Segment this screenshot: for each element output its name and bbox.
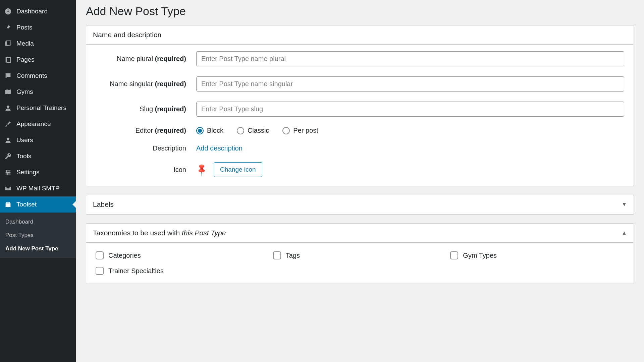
row-icon: Icon 📌 Change icon	[96, 162, 624, 177]
toolset-icon	[4, 200, 12, 208]
row-name-singular: Name singular (required)	[96, 76, 624, 92]
sidebar-item-wp-mail-smtp[interactable]: WP Mail SMTP	[0, 180, 76, 196]
page-title: Add New Post Type	[86, 5, 634, 18]
pin-icon: 📌	[194, 162, 209, 177]
panel-body: Categories Tags Gym Types Trainer Specia…	[86, 243, 634, 284]
sidebar-item-label: Settings	[16, 169, 40, 176]
label-editor: Editor (required)	[96, 127, 196, 134]
checkbox-tags[interactable]: Tags	[273, 251, 447, 259]
settings-icon	[4, 168, 12, 176]
sidebar-item-gyms[interactable]: Gyms	[0, 84, 76, 100]
panel-title: Name and description	[93, 31, 161, 39]
sidebar-item-label: Media	[16, 40, 34, 47]
sidebar-item-dashboard[interactable]: Dashboard	[0, 3, 76, 19]
sidebar-item-label: Posts	[16, 24, 33, 31]
sidebar-item-label: Pages	[16, 56, 35, 63]
pin-icon	[4, 23, 12, 32]
map-icon	[4, 88, 12, 96]
row-name-plural: Name plural (required)	[96, 51, 624, 66]
input-name-plural[interactable]	[196, 51, 624, 66]
input-slug[interactable]	[196, 102, 624, 117]
sidebar-item-label: Tools	[16, 153, 31, 160]
sidebar-item-users[interactable]: Users	[0, 132, 76, 148]
sidebar-item-label: WP Mail SMTP	[16, 185, 59, 192]
sidebar-sub-dashboard[interactable]: Dashboard	[0, 215, 76, 229]
row-editor: Editor (required) Block Classic Per post	[96, 127, 624, 134]
sidebar-item-toolset[interactable]: Toolset	[0, 196, 76, 213]
svg-rect-14	[7, 173, 8, 175]
checkbox-trainer-specialties[interactable]: Trainer Specialties	[96, 267, 270, 275]
sidebar-item-appearance[interactable]: Appearance	[0, 116, 76, 132]
label-description: Description	[96, 144, 196, 152]
sidebar-item-posts[interactable]: Posts	[0, 19, 76, 36]
label-name-singular: Name singular (required)	[96, 80, 196, 88]
sidebar-item-personal-trainers[interactable]: Personal Trainers	[0, 100, 76, 116]
sidebar-item-label: Personal Trainers	[16, 104, 66, 112]
checkbox-icon	[450, 251, 458, 259]
row-slug: Slug (required)	[96, 102, 624, 117]
mail-icon	[4, 184, 12, 192]
sidebar-item-label: Users	[16, 136, 33, 144]
checkbox-categories[interactable]: Categories	[96, 251, 270, 259]
input-name-singular[interactable]	[196, 76, 624, 92]
sidebar-item-label: Appearance	[16, 120, 51, 128]
svg-rect-4	[6, 41, 11, 45]
sidebar-item-label: Toolset	[16, 201, 37, 208]
panel-title: Taxonomies to be used with this Post Typ…	[93, 229, 226, 237]
checkbox-gym-types[interactable]: Gym Types	[450, 251, 624, 259]
radio-editor-classic[interactable]: Classic	[237, 127, 269, 134]
svg-rect-6	[7, 58, 10, 63]
svg-rect-13	[9, 172, 10, 173]
panel-title: Labels	[93, 200, 114, 208]
user-icon	[4, 104, 12, 112]
radio-icon	[237, 127, 244, 134]
sidebar-item-label: Comments	[16, 72, 47, 79]
panel-labels: Labels ▼	[86, 195, 634, 215]
change-icon-button[interactable]: Change icon	[214, 162, 262, 177]
svg-rect-2	[8, 9, 8, 11]
panel-taxonomies: Taxonomies to be used with this Post Typ…	[86, 223, 634, 284]
sidebar-item-media[interactable]: Media	[0, 36, 76, 52]
sidebar-item-label: Dashboard	[16, 8, 48, 15]
svg-point-1	[7, 11, 9, 12]
tools-icon	[4, 152, 12, 160]
svg-point-7	[7, 106, 9, 108]
label-slug: Slug (required)	[96, 105, 196, 113]
label-icon: Icon	[96, 166, 196, 174]
radio-icon	[196, 127, 204, 134]
chevron-up-icon: ▲	[622, 230, 627, 236]
radio-editor-per-post[interactable]: Per post	[282, 127, 318, 134]
panel-header-labels[interactable]: Labels ▼	[86, 195, 634, 214]
panel-header-name-description: Name and description	[86, 25, 634, 45]
sidebar-item-tools[interactable]: Tools	[0, 148, 76, 164]
sidebar-item-label: Gyms	[16, 88, 33, 96]
page-icon	[4, 56, 12, 64]
checkbox-icon	[96, 267, 104, 275]
panel-name-description: Name and description Name plural (requir…	[86, 25, 634, 186]
sidebar-sub-post-types[interactable]: Post Types	[0, 229, 76, 242]
svg-point-8	[7, 138, 9, 140]
user-icon	[4, 136, 12, 144]
dashboard-icon	[4, 7, 12, 15]
main-content: Add New Post Type Name and description N…	[76, 0, 644, 362]
radio-icon	[282, 127, 290, 134]
label-name-plural: Name plural (required)	[96, 55, 196, 63]
row-description: Description Add description	[96, 144, 624, 152]
panel-body: Name plural (required) Name singular (re…	[86, 45, 634, 186]
sidebar-item-comments[interactable]: Comments	[0, 68, 76, 84]
sidebar-item-pages[interactable]: Pages	[0, 52, 76, 68]
sidebar-sub-add-new-post-type[interactable]: Add New Post Type	[0, 242, 76, 255]
admin-sidebar: Dashboard Posts Media Pages Comments Gym…	[0, 0, 76, 362]
media-icon	[4, 40, 12, 48]
radio-editor-block[interactable]: Block	[196, 127, 223, 134]
checkbox-icon	[96, 251, 104, 259]
brush-icon	[4, 120, 12, 128]
panel-header-taxonomies[interactable]: Taxonomies to be used with this Post Typ…	[86, 224, 634, 243]
sidebar-item-settings[interactable]: Settings	[0, 164, 76, 180]
sidebar-submenu: Dashboard Post Types Add New Post Type	[0, 213, 76, 258]
chevron-down-icon: ▼	[622, 201, 627, 207]
svg-rect-12	[6, 170, 7, 172]
link-add-description[interactable]: Add description	[196, 144, 243, 152]
checkbox-icon	[273, 251, 281, 259]
comment-icon	[4, 72, 12, 80]
